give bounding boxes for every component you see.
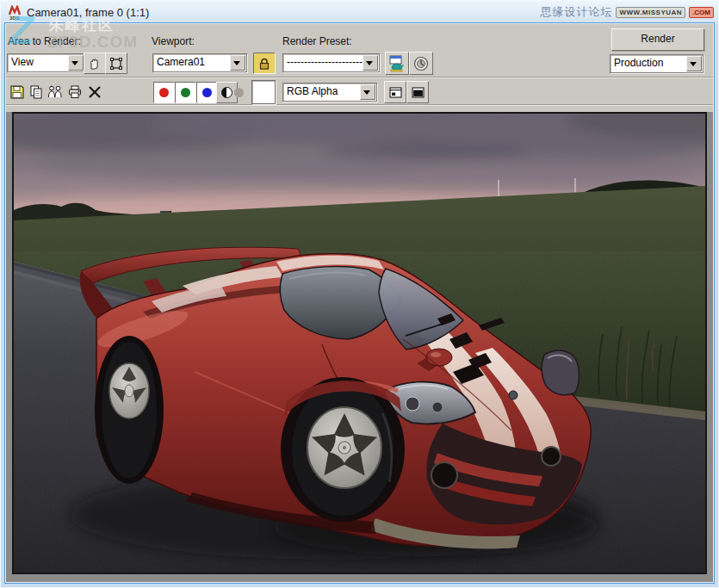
area-to-render-value: View (11, 56, 68, 68)
watermark-forum-text: 思缘设计论坛 (540, 4, 612, 20)
client-area: Z 朱峰社区 ZF3D.COM Area to Render: View (6, 24, 713, 582)
toolbar-divider2-highlight (6, 105, 713, 106)
chevron-down-icon[interactable] (230, 55, 245, 71)
area-to-render-dropdown[interactable]: View (7, 53, 85, 72)
render-setup-button[interactable] (385, 52, 409, 75)
chevron-down-icon[interactable] (360, 84, 375, 100)
svg-text:3DS: 3DS (9, 15, 20, 21)
titlebar[interactable]: 3DS Camera01, frame 0 (1:1) 思缘设计论坛 WWW.M… (1, 1, 718, 24)
render-preset-dropdown[interactable]: ------------------------ (282, 53, 380, 72)
red-channel-icon (159, 88, 169, 97)
clear-image-button[interactable] (85, 83, 104, 102)
save-image-button[interactable] (8, 83, 27, 102)
clear-x-icon (87, 84, 102, 100)
toggle-ui-icon (411, 85, 425, 100)
toggle-ui-button[interactable] (406, 81, 429, 103)
copy-icon (28, 84, 44, 100)
render-setup-teapot-icon (388, 55, 406, 72)
clone-window-icon (46, 84, 64, 100)
copy-image-button[interactable] (27, 83, 46, 102)
viewport-value: Camera01 (157, 56, 230, 68)
clone-window-button[interactable] (46, 83, 65, 102)
hand-icon (88, 57, 102, 71)
rear-wheel (101, 341, 158, 479)
printer-icon (67, 84, 83, 100)
alpha-channel-button[interactable] (229, 83, 248, 102)
alpha-channel-icon (234, 88, 244, 97)
green-channel-icon (181, 88, 190, 97)
3ds-max-icon: 3DS (8, 5, 25, 21)
region-marquee-icon (109, 57, 123, 71)
toolbar-divider-highlight (6, 77, 713, 78)
edit-region-button[interactable] (105, 53, 127, 74)
rendered-frame-window: 3DS Camera01, frame 0 (1:1) 思缘设计论坛 WWW.M… (0, 0, 719, 588)
save-floppy-icon (9, 84, 25, 100)
green-channel-button[interactable] (175, 82, 196, 103)
render-button[interactable]: Render (611, 28, 704, 51)
pan-region-button[interactable] (84, 53, 106, 74)
toggle-ui-overlays-icon (388, 85, 403, 100)
blue-channel-icon (202, 88, 212, 97)
exposure-gauge-icon (412, 55, 430, 72)
watermark-url-box: WWW.MISSYUAN (616, 7, 685, 18)
fog-light (431, 462, 457, 488)
watermark-tld-box: .COM (689, 7, 714, 18)
viper-badge (509, 391, 518, 399)
toggle-ui-overlays-button[interactable] (384, 81, 406, 103)
rendered-image-frame (12, 112, 707, 574)
channel-display-value: RGB Alpha (287, 85, 360, 97)
blue-channel-button[interactable] (196, 82, 218, 103)
area-to-render-label: Area to Render: (8, 35, 81, 47)
viewport-label: Viewport: (152, 35, 195, 47)
fog-light (542, 447, 561, 466)
chevron-down-icon[interactable] (68, 55, 84, 71)
background-color-swatch[interactable] (251, 80, 276, 104)
titlebar-watermark: 思缘设计论坛 WWW.MISSYUAN .COM (540, 4, 714, 20)
render-preset-label: Render Preset: (282, 35, 352, 47)
render-mode-dropdown[interactable]: Production (610, 54, 704, 73)
viewport-lock-button[interactable] (253, 53, 276, 74)
print-image-button[interactable] (65, 83, 84, 102)
red-channel-button[interactable] (153, 82, 175, 103)
chevron-down-icon[interactable] (363, 55, 378, 71)
window-title: Camera01, frame 0 (1:1) (27, 6, 149, 19)
render-toolbar: Z 朱峰社区 ZF3D.COM Area to Render: View (6, 24, 713, 112)
chevron-down-icon[interactable] (686, 56, 702, 71)
channel-display-dropdown[interactable]: RGB Alpha (282, 83, 377, 102)
front-wheel (291, 382, 394, 517)
lock-icon (257, 57, 271, 71)
viewport-dropdown[interactable]: Camera01 (152, 53, 247, 72)
render-preset-value: ------------------------ (287, 56, 363, 68)
rendered-image (14, 114, 705, 573)
render-mode-value: Production (614, 57, 686, 69)
environment-exposure-button[interactable] (409, 52, 433, 75)
